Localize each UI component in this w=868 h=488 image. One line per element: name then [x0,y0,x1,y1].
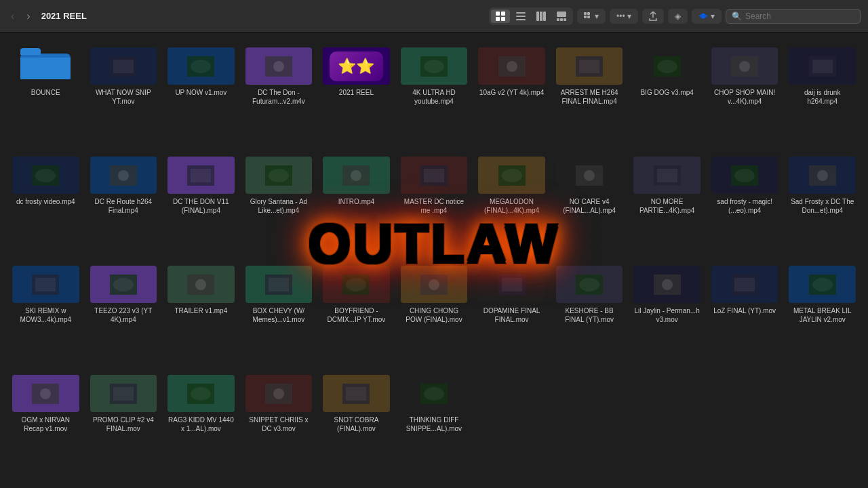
view-gallery-button[interactable] [552,9,571,23]
svg-rect-4 [516,12,526,14]
file-item[interactable]: RAG3 KIDD MV 1440 x 1...AL).mov [165,372,237,476]
file-item[interactable]: 4K ULTRA HD youtube.mp4 [398,45,471,148]
file-label: CHOP SHOP MAIN! v...4K).mp4 [711,88,778,106]
file-label: DOPAMINE FINAL FINAL.mov [478,306,545,324]
file-item[interactable]: DOPAMINE FINAL FINAL.mov [475,263,548,367]
file-label: METAL BREAK LIL JAYLIN v2.mov [789,306,856,324]
svg-point-87 [273,388,284,399]
file-label: TRAILER v1.mp4 [174,306,227,315]
file-label: OGM x NIRVAN Recap v1.mov [12,415,79,433]
file-item[interactable]: TEEZO 223 v3 (YT 4K).mp4 [87,263,160,367]
back-button[interactable]: ‹ [7,7,18,25]
svg-point-37 [35,169,56,182]
file-item[interactable]: THINKING DIFF SNIPPE...AL).mov [398,372,471,476]
svg-point-63 [195,279,206,290]
svg-point-51 [584,170,595,181]
svg-rect-53 [657,169,677,182]
file-item[interactable]: LoZ FINAL (YT).mov [709,263,781,367]
file-label: MEGALODON (FINAL)...4K).mp4 [478,197,545,215]
file-item[interactable]: BOYFRIEND - DCMIX...IP YT.mov [320,263,393,367]
svg-rect-9 [543,12,546,21]
file-item[interactable]: UP NOW v1.mov [165,45,237,148]
tag-button[interactable]: ◈ [668,9,688,24]
file-item[interactable]: NO CARE v4 (FINAL...AL).mp4 [553,154,626,258]
file-label: sad frosty - magic! (...eo).mp4 [711,197,778,215]
file-item[interactable]: INTRO.mp4 [320,154,393,258]
svg-rect-13 [564,18,566,21]
search-input[interactable] [745,12,855,21]
file-item[interactable]: Lil Jaylin - Perman...h v3.mov [631,263,703,367]
file-item[interactable]: ⭐⭐ 2021 REEL [320,45,393,148]
file-item[interactable]: SKI REMIX w MOW3...4k).mp4 [9,263,82,367]
more-button[interactable]: ••• ▾ [610,9,638,24]
file-item[interactable]: TRAILER v1.mp4 [165,263,237,367]
file-label: Sad Frosty x DC The Don...et).mp4 [789,197,856,215]
file-item[interactable]: DC THE DON V11 (FINAL).mp4 [165,154,237,258]
file-item[interactable]: DC Re Route h264 Final.mp4 [87,154,160,258]
file-item[interactable]: BOX CHEVY (W/ Memes)...v1.mov [243,263,315,367]
file-item[interactable]: sad frosty - magic! (...eo).mp4 [709,154,781,258]
view-list-button[interactable] [511,9,530,23]
svg-point-67 [346,278,366,291]
file-item[interactable]: dc frosty video.mp4 [9,154,82,258]
file-item[interactable]: 10aG v2 (YT 4k).mp4 [475,45,548,148]
file-label: MASTER DC notice me .mp4 [401,197,468,215]
file-label: BOYFRIEND - DCMIX...IP YT.mov [323,306,390,324]
file-item[interactable]: daij is drunk h264.mp4 [786,45,859,148]
svg-rect-10 [557,12,566,17]
svg-rect-8 [540,12,542,21]
file-label: DC THE DON V11 (FINAL).mp4 [167,197,235,215]
svg-rect-12 [560,18,563,21]
svg-rect-59 [35,278,56,291]
svg-point-33 [739,61,750,72]
file-item[interactable]: WHAT NOW SNIP YT.mov [87,45,160,148]
file-label: Glory Santana - Ad Like...et).mp4 [245,197,313,215]
share-button[interactable] [642,9,664,24]
search-box[interactable]: 🔍 [726,9,861,24]
file-item[interactable]: METAL BREAK LIL JAYLIN v2.mov [786,263,859,367]
forward-button[interactable]: › [22,7,34,25]
svg-point-91 [424,387,444,401]
view-icon-button[interactable] [491,9,510,23]
file-item[interactable]: Glory Santana - Ad Like...et).mp4 [243,154,315,258]
view-column-button[interactable] [532,9,551,23]
file-label: LoZ FINAL (YT).mov [713,306,776,315]
svg-rect-3 [501,17,505,21]
svg-rect-16 [584,16,587,18]
file-item[interactable]: BOUNCE [9,45,82,148]
file-item[interactable]: PROMO CLIP #2 v4 FINAL.mov [87,372,160,476]
svg-point-21 [191,60,211,73]
file-item[interactable]: DC The Don - Futuram...v2.m4v [243,45,315,148]
svg-point-85 [191,387,211,401]
svg-rect-1 [501,12,505,16]
svg-rect-14 [584,12,587,15]
file-item[interactable]: MEGALODON (FINAL)...4K).mp4 [475,154,548,258]
file-item[interactable]: BIG DOG v3.mp4 [631,45,703,148]
file-item[interactable]: KESHORE - BB FINAL (YT).mov [553,263,626,367]
file-label: Lil Jaylin - Perman...h v3.mov [633,306,701,324]
file-label: SNOT COBRA (FINAL).mov [323,415,390,433]
svg-point-45 [351,170,361,181]
file-label: 4K ULTRA HD youtube.mp4 [401,88,468,106]
file-item[interactable]: SNIPPET CHRIIS x DC v3.mov [243,372,315,476]
file-item[interactable]: CHING CHONG POW (FINAL).mov [398,263,471,367]
file-item[interactable]: MASTER DC notice me .mp4 [398,154,471,258]
file-item[interactable]: CHOP SHOP MAIN! v...4K).mp4 [709,45,781,148]
file-item[interactable]: Sad Frosty x DC The Don...et).mp4 [786,154,859,258]
file-label: WHAT NOW SNIP YT.mov [90,88,157,106]
window-title: 2021 REEL [41,11,87,21]
file-item[interactable]: ARREST ME H264 FINAL FINAL.mp4 [553,45,626,148]
dropbox-button[interactable]: ▾ [692,9,722,24]
svg-rect-7 [536,12,539,21]
file-item[interactable]: NO MORE PARTIE...4K).mp4 [631,154,703,258]
file-label: BOX CHEVY (W/ Memes)...v1.mov [245,306,313,324]
svg-point-61 [113,278,134,291]
sort-button[interactable]: ▾ [577,9,606,24]
file-label: CHING CHONG POW (FINAL).mov [401,306,468,324]
svg-point-39 [118,170,129,181]
file-item[interactable]: OGM x NIRVAN Recap v1.mov [9,372,82,476]
file-label: DC The Don - Futuram...v2.m4v [245,88,313,106]
svg-rect-15 [587,12,590,15]
svg-rect-19 [113,60,134,73]
file-item[interactable]: SNOT COBRA (FINAL).mov [320,372,393,476]
